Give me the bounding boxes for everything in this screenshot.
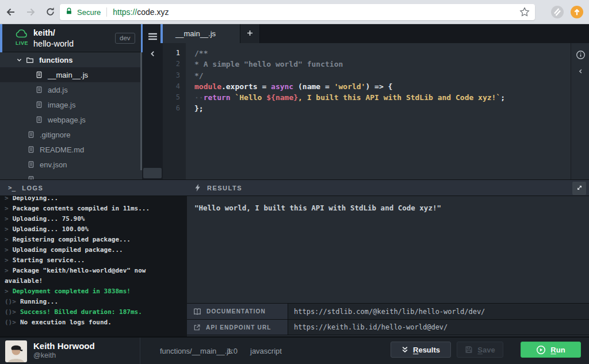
code-lines[interactable]: /*** A simple "hello world" function*/mo… xyxy=(186,43,571,179)
logs-panel-wrap: >Deploying...>Package contents compiled … xyxy=(0,196,187,336)
info-icon xyxy=(576,50,586,62)
new-tab-button[interactable] xyxy=(240,24,260,43)
upload-extension-icon[interactable] xyxy=(571,6,583,18)
log-line: >Registering compiled package... xyxy=(5,235,179,245)
documentation-label: DOCUMENTATION xyxy=(206,308,266,315)
log-line: ()>Success! Billed duration: 187ms. xyxy=(5,307,179,317)
log-line: >Starting service... xyxy=(5,255,179,266)
line-number: 2 xyxy=(163,59,186,70)
live-status: LIVE xyxy=(13,29,30,46)
tab-main-js[interactable]: __main__.js xyxy=(163,24,240,43)
log-line: ()>Running... xyxy=(5,297,179,307)
back-button[interactable] xyxy=(2,3,20,21)
api-endpoint-url[interactable]: https://keith.lib.id/hello-world@dev/ xyxy=(288,320,589,335)
file-icon xyxy=(28,145,35,154)
line-number: 3 xyxy=(163,70,186,81)
project-title: keith/ hello-world xyxy=(33,28,74,49)
menu-button[interactable] xyxy=(142,29,163,46)
tree-item-label: .gitignore xyxy=(40,131,70,139)
line-number: 5 xyxy=(163,92,186,103)
api-endpoint-row: API ENDPOINT URL https://keith.lib.id/he… xyxy=(187,319,589,335)
tree-item-label: env.json xyxy=(40,160,67,169)
avatar[interactable] xyxy=(5,340,27,362)
chevron-left-icon xyxy=(150,49,156,60)
tree-item-label: image.js xyxy=(48,101,75,109)
run-button-label: Run xyxy=(550,346,565,354)
editor-right-rail xyxy=(571,43,589,179)
line-number: 4 xyxy=(163,81,186,92)
tree-item-label: webpage.js xyxy=(48,116,86,124)
file-tree: functions__main__.jsadd.jsimage.jswebpag… xyxy=(0,52,142,179)
collapse-sidebar-button[interactable] xyxy=(142,46,163,63)
code-line: /** xyxy=(194,48,571,59)
file-icon xyxy=(36,86,43,94)
extension-icon[interactable] xyxy=(551,6,564,18)
log-line: >Package contents compiled in 11ms... xyxy=(5,204,179,214)
folder-icon xyxy=(26,56,34,64)
results-panel: "Hello world, I built this API with StdL… xyxy=(187,196,589,336)
env-badge[interactable]: dev xyxy=(115,33,135,44)
refresh-icon xyxy=(45,6,56,17)
save-button-label: Save xyxy=(477,346,495,354)
results-button[interactable]: Results xyxy=(391,342,451,358)
tree-item-add.js[interactable]: add.js xyxy=(0,82,142,97)
tree-item-README.md[interactable]: README.md xyxy=(0,142,142,157)
project-header: LIVE keith/ hello-world dev xyxy=(0,24,142,52)
tree-item-image.js[interactable]: image.js xyxy=(0,97,142,112)
expand-icon xyxy=(576,183,583,194)
tree-item-__main__.js[interactable]: __main__.js xyxy=(0,67,142,82)
info-button[interactable] xyxy=(571,48,589,64)
logs-header: >_ LOGS xyxy=(0,184,187,191)
log-line: >Uploading... 75.90% xyxy=(5,214,179,224)
tree-item-partial[interactable] xyxy=(0,172,142,179)
api-endpoint-label-cell: API ENDPOINT URL xyxy=(187,320,288,335)
file-icon xyxy=(36,101,43,109)
external-link-icon xyxy=(193,324,201,331)
logs-panel: >Deploying...>Package contents compiled … xyxy=(5,196,179,328)
file-icon xyxy=(28,160,35,168)
status-bar: Keith Horwood @keith functions/__main__.… xyxy=(0,336,589,364)
statusbar-divider xyxy=(140,338,140,364)
tree-item-env.json[interactable]: env.json xyxy=(0,157,142,172)
editor-tabbar: __main__.js xyxy=(163,24,589,43)
url-text: https://code.xyz xyxy=(113,7,169,17)
sidebar-rail xyxy=(142,24,163,179)
expand-results-button[interactable] xyxy=(572,182,586,195)
run-button[interactable]: Run xyxy=(521,342,581,358)
collapse-panel-button[interactable] xyxy=(571,64,589,80)
refresh-button[interactable] xyxy=(41,3,59,21)
file-icon xyxy=(36,71,43,79)
open-file-path: functions/__main__.js xyxy=(160,338,232,364)
tree-item-label: add.js xyxy=(48,86,68,94)
tree-item-.gitignore[interactable]: .gitignore xyxy=(0,127,142,142)
documentation-url[interactable]: https://stdlib.com/@keith/lib/hello-worl… xyxy=(288,304,589,319)
accent-strip-sidebar xyxy=(141,24,143,52)
address-separator xyxy=(106,7,107,17)
url-host: code.xyz xyxy=(137,7,169,17)
file-icon xyxy=(36,116,43,124)
cloud-icon xyxy=(15,30,29,40)
code-line: * A simple "hello world" function xyxy=(194,59,571,70)
terminal-prompt-icon: >_ xyxy=(8,184,16,191)
results-button-label: Results xyxy=(413,346,440,354)
address-bar[interactable]: Secure https://code.xyz xyxy=(60,4,535,20)
url-scheme: https:// xyxy=(113,7,137,17)
app-window: Secure https://code.xyz LIVE keith/ hell… xyxy=(0,0,589,364)
results-output: "Hello world, I built this API with StdL… xyxy=(187,196,589,212)
user-name: Keith Horwood xyxy=(33,340,95,351)
bookmark-star-icon[interactable] xyxy=(519,7,530,17)
rail-scroll-thumb[interactable] xyxy=(143,168,162,178)
file-icon xyxy=(28,175,35,179)
code-line: }; xyxy=(194,103,571,114)
save-button[interactable]: Save xyxy=(457,342,503,358)
results-title: RESULTS xyxy=(207,185,242,191)
cursor-position: 1:0 xyxy=(227,338,238,364)
forward-button[interactable] xyxy=(22,3,39,21)
tree-item-functions[interactable]: functions xyxy=(0,52,142,67)
secure-label: Secure xyxy=(77,8,101,17)
tree-item-webpage.js[interactable]: webpage.js xyxy=(0,112,142,127)
log-line: >Deploying... xyxy=(5,196,179,204)
gutter: 123456 xyxy=(163,43,186,179)
code-line: */ xyxy=(194,70,571,81)
logs-title: LOGS xyxy=(22,185,43,191)
